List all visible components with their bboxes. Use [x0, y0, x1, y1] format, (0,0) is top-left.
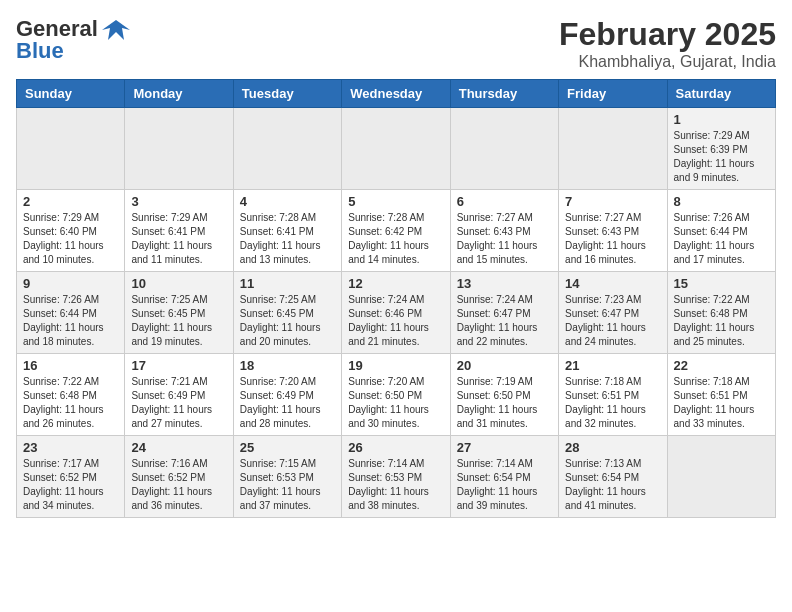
day-number: 14: [565, 276, 660, 291]
calendar-day-cell: 22Sunrise: 7:18 AM Sunset: 6:51 PM Dayli…: [667, 354, 775, 436]
day-number: 22: [674, 358, 769, 373]
calendar-day-cell: 21Sunrise: 7:18 AM Sunset: 6:51 PM Dayli…: [559, 354, 667, 436]
day-info: Sunrise: 7:15 AM Sunset: 6:53 PM Dayligh…: [240, 457, 335, 513]
day-number: 18: [240, 358, 335, 373]
day-number: 13: [457, 276, 552, 291]
calendar-day-cell: 9Sunrise: 7:26 AM Sunset: 6:44 PM Daylig…: [17, 272, 125, 354]
day-info: Sunrise: 7:26 AM Sunset: 6:44 PM Dayligh…: [674, 211, 769, 267]
weekday-header: Tuesday: [233, 80, 341, 108]
calendar-day-cell: 19Sunrise: 7:20 AM Sunset: 6:50 PM Dayli…: [342, 354, 450, 436]
calendar-day-cell: [450, 108, 558, 190]
logo-blue: Blue: [16, 38, 64, 64]
svg-marker-0: [102, 20, 130, 40]
calendar-day-cell: 5Sunrise: 7:28 AM Sunset: 6:42 PM Daylig…: [342, 190, 450, 272]
calendar-day-cell: 24Sunrise: 7:16 AM Sunset: 6:52 PM Dayli…: [125, 436, 233, 518]
day-number: 12: [348, 276, 443, 291]
day-info: Sunrise: 7:29 AM Sunset: 6:40 PM Dayligh…: [23, 211, 118, 267]
calendar-day-cell: 2Sunrise: 7:29 AM Sunset: 6:40 PM Daylig…: [17, 190, 125, 272]
day-info: Sunrise: 7:13 AM Sunset: 6:54 PM Dayligh…: [565, 457, 660, 513]
calendar-day-cell: 20Sunrise: 7:19 AM Sunset: 6:50 PM Dayli…: [450, 354, 558, 436]
day-number: 27: [457, 440, 552, 455]
calendar-day-cell: 28Sunrise: 7:13 AM Sunset: 6:54 PM Dayli…: [559, 436, 667, 518]
day-number: 4: [240, 194, 335, 209]
day-info: Sunrise: 7:22 AM Sunset: 6:48 PM Dayligh…: [674, 293, 769, 349]
calendar-day-cell: 7Sunrise: 7:27 AM Sunset: 6:43 PM Daylig…: [559, 190, 667, 272]
weekday-header: Friday: [559, 80, 667, 108]
day-number: 5: [348, 194, 443, 209]
calendar-day-cell: 14Sunrise: 7:23 AM Sunset: 6:47 PM Dayli…: [559, 272, 667, 354]
calendar-day-cell: 23Sunrise: 7:17 AM Sunset: 6:52 PM Dayli…: [17, 436, 125, 518]
calendar-day-cell: [342, 108, 450, 190]
day-info: Sunrise: 7:27 AM Sunset: 6:43 PM Dayligh…: [457, 211, 552, 267]
calendar-day-cell: 15Sunrise: 7:22 AM Sunset: 6:48 PM Dayli…: [667, 272, 775, 354]
day-number: 21: [565, 358, 660, 373]
calendar-day-cell: 1Sunrise: 7:29 AM Sunset: 6:39 PM Daylig…: [667, 108, 775, 190]
day-number: 6: [457, 194, 552, 209]
day-info: Sunrise: 7:28 AM Sunset: 6:41 PM Dayligh…: [240, 211, 335, 267]
day-info: Sunrise: 7:18 AM Sunset: 6:51 PM Dayligh…: [674, 375, 769, 431]
weekday-header: Sunday: [17, 80, 125, 108]
day-number: 2: [23, 194, 118, 209]
title-section: February 2025 Khambhaliya, Gujarat, Indi…: [559, 16, 776, 71]
day-number: 3: [131, 194, 226, 209]
day-info: Sunrise: 7:18 AM Sunset: 6:51 PM Dayligh…: [565, 375, 660, 431]
month-year-title: February 2025: [559, 16, 776, 53]
day-info: Sunrise: 7:23 AM Sunset: 6:47 PM Dayligh…: [565, 293, 660, 349]
day-info: Sunrise: 7:26 AM Sunset: 6:44 PM Dayligh…: [23, 293, 118, 349]
day-info: Sunrise: 7:22 AM Sunset: 6:48 PM Dayligh…: [23, 375, 118, 431]
day-number: 15: [674, 276, 769, 291]
day-info: Sunrise: 7:19 AM Sunset: 6:50 PM Dayligh…: [457, 375, 552, 431]
day-info: Sunrise: 7:28 AM Sunset: 6:42 PM Dayligh…: [348, 211, 443, 267]
calendar-week-row: 2Sunrise: 7:29 AM Sunset: 6:40 PM Daylig…: [17, 190, 776, 272]
weekday-header: Monday: [125, 80, 233, 108]
day-number: 26: [348, 440, 443, 455]
calendar-day-cell: [233, 108, 341, 190]
day-info: Sunrise: 7:25 AM Sunset: 6:45 PM Dayligh…: [240, 293, 335, 349]
day-info: Sunrise: 7:20 AM Sunset: 6:50 PM Dayligh…: [348, 375, 443, 431]
day-number: 16: [23, 358, 118, 373]
weekday-header: Thursday: [450, 80, 558, 108]
day-info: Sunrise: 7:24 AM Sunset: 6:46 PM Dayligh…: [348, 293, 443, 349]
calendar-day-cell: 26Sunrise: 7:14 AM Sunset: 6:53 PM Dayli…: [342, 436, 450, 518]
day-number: 10: [131, 276, 226, 291]
day-number: 8: [674, 194, 769, 209]
day-info: Sunrise: 7:14 AM Sunset: 6:54 PM Dayligh…: [457, 457, 552, 513]
day-info: Sunrise: 7:17 AM Sunset: 6:52 PM Dayligh…: [23, 457, 118, 513]
calendar-day-cell: 12Sunrise: 7:24 AM Sunset: 6:46 PM Dayli…: [342, 272, 450, 354]
day-info: Sunrise: 7:14 AM Sunset: 6:53 PM Dayligh…: [348, 457, 443, 513]
day-number: 25: [240, 440, 335, 455]
day-number: 11: [240, 276, 335, 291]
calendar-day-cell: 10Sunrise: 7:25 AM Sunset: 6:45 PM Dayli…: [125, 272, 233, 354]
calendar-header-row: SundayMondayTuesdayWednesdayThursdayFrid…: [17, 80, 776, 108]
logo-bird-icon: [102, 18, 130, 40]
day-number: 7: [565, 194, 660, 209]
calendar-day-cell: 16Sunrise: 7:22 AM Sunset: 6:48 PM Dayli…: [17, 354, 125, 436]
calendar-week-row: 1Sunrise: 7:29 AM Sunset: 6:39 PM Daylig…: [17, 108, 776, 190]
page-header: General Blue February 2025 Khambhaliya, …: [16, 16, 776, 71]
calendar-week-row: 16Sunrise: 7:22 AM Sunset: 6:48 PM Dayli…: [17, 354, 776, 436]
calendar-week-row: 23Sunrise: 7:17 AM Sunset: 6:52 PM Dayli…: [17, 436, 776, 518]
calendar-day-cell: [559, 108, 667, 190]
calendar-table: SundayMondayTuesdayWednesdayThursdayFrid…: [16, 79, 776, 518]
day-info: Sunrise: 7:21 AM Sunset: 6:49 PM Dayligh…: [131, 375, 226, 431]
day-number: 19: [348, 358, 443, 373]
calendar-week-row: 9Sunrise: 7:26 AM Sunset: 6:44 PM Daylig…: [17, 272, 776, 354]
day-number: 9: [23, 276, 118, 291]
calendar-day-cell: 17Sunrise: 7:21 AM Sunset: 6:49 PM Dayli…: [125, 354, 233, 436]
day-info: Sunrise: 7:16 AM Sunset: 6:52 PM Dayligh…: [131, 457, 226, 513]
day-info: Sunrise: 7:29 AM Sunset: 6:41 PM Dayligh…: [131, 211, 226, 267]
day-number: 23: [23, 440, 118, 455]
calendar-day-cell: 8Sunrise: 7:26 AM Sunset: 6:44 PM Daylig…: [667, 190, 775, 272]
calendar-day-cell: [17, 108, 125, 190]
day-number: 1: [674, 112, 769, 127]
logo: General Blue: [16, 16, 130, 64]
calendar-day-cell: 27Sunrise: 7:14 AM Sunset: 6:54 PM Dayli…: [450, 436, 558, 518]
weekday-header: Wednesday: [342, 80, 450, 108]
calendar-day-cell: 4Sunrise: 7:28 AM Sunset: 6:41 PM Daylig…: [233, 190, 341, 272]
calendar-day-cell: 25Sunrise: 7:15 AM Sunset: 6:53 PM Dayli…: [233, 436, 341, 518]
day-number: 28: [565, 440, 660, 455]
calendar-day-cell: [667, 436, 775, 518]
calendar-day-cell: 11Sunrise: 7:25 AM Sunset: 6:45 PM Dayli…: [233, 272, 341, 354]
weekday-header: Saturday: [667, 80, 775, 108]
calendar-day-cell: 3Sunrise: 7:29 AM Sunset: 6:41 PM Daylig…: [125, 190, 233, 272]
